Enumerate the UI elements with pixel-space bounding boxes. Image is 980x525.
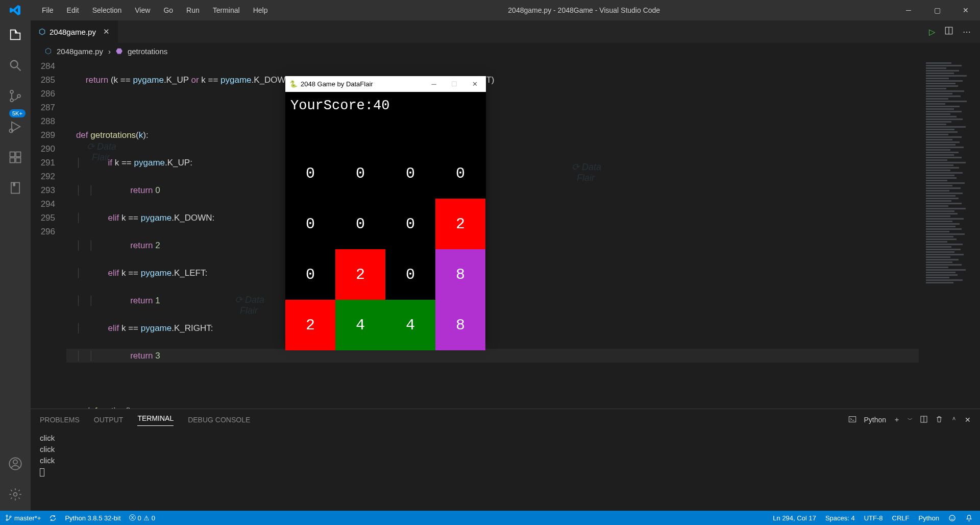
pygame-title: 2048 Game by DataFlair <box>298 80 427 88</box>
output-tab[interactable]: OUTPUT <box>94 416 124 424</box>
new-terminal-icon[interactable]: ＋ <box>893 415 900 424</box>
terminal-line: click <box>40 433 971 444</box>
run-debug-icon[interactable] <box>7 118 23 135</box>
trash-icon[interactable] <box>935 415 943 425</box>
search-icon[interactable] <box>7 57 23 74</box>
indentation[interactable]: Spaces: 4 <box>825 514 855 522</box>
menu-edit[interactable]: Edit <box>61 3 85 17</box>
breadcrumb-symbol[interactable]: getrotations <box>128 47 167 56</box>
terminal-tab[interactable]: TERMINAL <box>137 414 174 426</box>
vscode-icon <box>0 4 31 16</box>
terminal-launch-icon[interactable] <box>848 415 856 425</box>
line-numbers: 284 285 286 287 288 289 290 291 292 293 … <box>31 59 66 409</box>
more-icon[interactable]: ⋯ <box>963 27 971 37</box>
notifications-icon[interactable] <box>965 514 973 522</box>
language-mode[interactable]: Python <box>919 514 939 522</box>
cell-3-2: 4 <box>385 300 435 350</box>
cell-1-3: 2 <box>435 199 485 249</box>
eol[interactable]: CRLF <box>892 514 910 522</box>
breadcrumb[interactable]: ⬡ 2048game.py › ⬣ getrotations <box>31 43 980 59</box>
cell-1-2: 0 <box>385 199 435 249</box>
editor-tab[interactable]: ⬡ 2048game.py ✕ <box>31 20 118 43</box>
svg-point-21 <box>6 519 8 521</box>
problems-tab[interactable]: PROBLEMS <box>40 416 80 424</box>
tab-close-icon[interactable]: ✕ <box>103 27 110 36</box>
terminal-dropdown-icon[interactable]: ﹀ <box>908 416 913 423</box>
menu-run[interactable]: Run <box>180 3 206 17</box>
menu-view[interactable]: View <box>129 3 156 17</box>
editor-tabs: ⬡ 2048game.py ✕ ▷ ⋯ <box>31 20 980 43</box>
terminal-select[interactable]: Python <box>864 416 886 424</box>
svg-point-23 <box>949 515 955 520</box>
window-controls: ─ ▢ ✕ <box>894 0 980 20</box>
window-title: 2048game.py - 2048Game - Visual Studio C… <box>274 6 894 14</box>
bookmark-icon[interactable] <box>7 180 23 196</box>
branch-indicator[interactable]: master*+ <box>5 514 41 522</box>
maximize-button[interactable]: ▢ <box>923 0 951 20</box>
svg-point-14 <box>14 493 17 496</box>
scm-badge: 5K+ <box>9 109 26 117</box>
split-editor-icon[interactable] <box>944 26 953 37</box>
chevron-right-icon: › <box>108 47 111 56</box>
activity-bar: 5K+ <box>0 20 31 511</box>
cell-3-1: 4 <box>335 300 385 350</box>
source-control-icon[interactable] <box>7 88 23 104</box>
debug-console-tab[interactable]: DEBUG CONSOLE <box>188 416 250 424</box>
cell-2-3: 8 <box>435 249 485 300</box>
cursor-position[interactable]: Ln 294, Col 17 <box>773 514 816 522</box>
minimap[interactable] <box>919 59 980 409</box>
extensions-icon[interactable] <box>7 149 23 165</box>
code-content[interactable]: return (k == pygame.K_UP or k == pygame.… <box>66 59 919 409</box>
split-terminal-icon[interactable] <box>920 415 928 425</box>
feedback-icon[interactable] <box>948 514 956 522</box>
code-editor[interactable]: 284 285 286 287 288 289 290 291 292 293 … <box>31 59 980 409</box>
menu-file[interactable]: File <box>36 3 60 17</box>
cell-1-0: 0 <box>285 199 335 249</box>
menu-selection[interactable]: Selection <box>86 3 128 17</box>
explorer-icon[interactable] <box>7 27 23 43</box>
cell-2-0: 0 <box>285 249 335 300</box>
bottom-panel: PROBLEMS OUTPUT TERMINAL DEBUG CONSOLE P… <box>31 409 980 511</box>
pygame-app-icon: 🐍 <box>289 80 298 88</box>
run-file-icon[interactable]: ▷ <box>929 27 935 37</box>
python-file-icon: ⬡ <box>39 27 45 36</box>
svg-rect-11 <box>13 183 15 186</box>
pygame-title-bar[interactable]: 🐍 2048 Game by DataFlair ─ ☐ ✕ <box>285 76 486 92</box>
close-panel-icon[interactable]: ✕ <box>965 416 971 424</box>
pygame-close-button[interactable]: ✕ <box>468 80 482 88</box>
cell-0-1: 0 <box>335 148 385 199</box>
minimize-button[interactable]: ─ <box>894 0 923 20</box>
account-icon[interactable] <box>7 456 23 472</box>
sync-icon[interactable] <box>49 514 57 522</box>
svg-point-20 <box>6 515 8 516</box>
close-button[interactable]: ✕ <box>951 0 980 20</box>
settings-icon[interactable] <box>7 486 23 503</box>
svg-rect-8 <box>16 158 20 162</box>
python-file-icon: ⬡ <box>45 46 52 56</box>
menu-go[interactable]: Go <box>157 3 179 17</box>
svg-rect-9 <box>16 152 20 157</box>
pygame-minimize-button[interactable]: ─ <box>427 80 441 88</box>
tab-label: 2048game.py <box>50 28 96 36</box>
pygame-maximize-button[interactable]: ☐ <box>447 80 461 88</box>
menu-help[interactable]: Help <box>247 3 274 17</box>
encoding[interactable]: UTF-8 <box>864 514 883 522</box>
svg-point-4 <box>17 94 20 98</box>
cell-2-2: 0 <box>385 249 435 300</box>
cell-3-3: 8 <box>435 300 485 350</box>
title-bar: File Edit Selection View Go Run Terminal… <box>0 0 980 20</box>
breadcrumb-file[interactable]: 2048game.py <box>57 47 103 56</box>
terminal-body[interactable]: click click click <box>31 431 980 511</box>
terminal-cursor <box>40 468 44 476</box>
python-interpreter[interactable]: Python 3.8.5 32-bit <box>65 514 120 522</box>
svg-point-0 <box>11 61 18 68</box>
pygame-window[interactable]: 🐍 2048 Game by DataFlair ─ ☐ ✕ YourScore… <box>285 76 486 343</box>
svg-rect-6 <box>10 152 15 157</box>
menu-bar: File Edit Selection View Go Run Terminal… <box>31 3 274 17</box>
problems-indicator[interactable]: ⓧ0 ⚠0 <box>129 513 155 522</box>
status-bar: master*+ Python 3.8.5 32-bit ⓧ0 ⚠0 Ln 29… <box>0 511 980 525</box>
menu-terminal[interactable]: Terminal <box>207 3 246 17</box>
game-grid: 0 0 0 0 0 0 0 2 0 2 0 8 2 4 4 8 <box>285 148 486 350</box>
maximize-panel-icon[interactable]: ＾ <box>950 415 958 424</box>
terminal-line: click <box>40 444 971 455</box>
